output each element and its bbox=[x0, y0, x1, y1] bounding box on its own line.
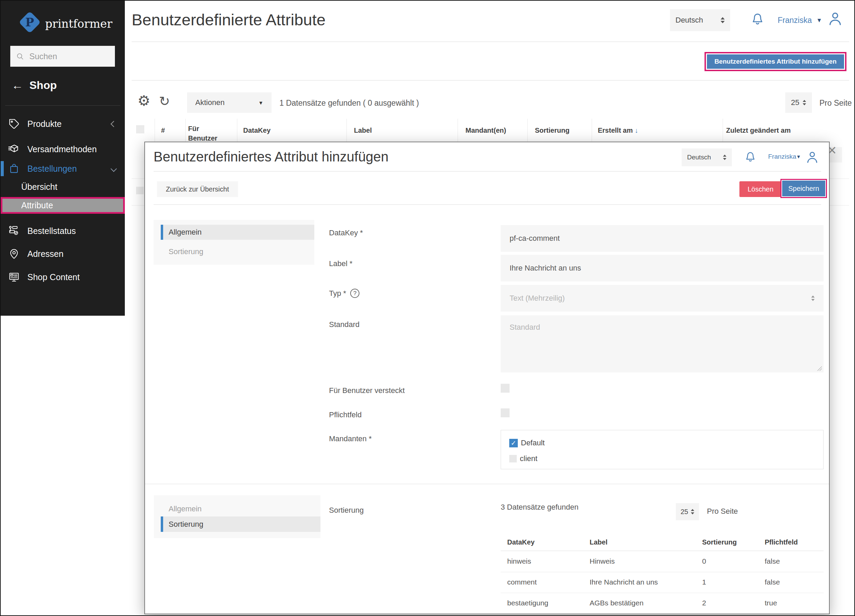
save-button[interactable]: Speichern bbox=[782, 181, 825, 196]
sidebar-item-produkte[interactable]: Produkte bbox=[1, 116, 125, 132]
table-cell: 2 bbox=[702, 599, 706, 607]
modal-per-page-select[interactable]: 25 bbox=[676, 503, 699, 520]
section-divider bbox=[132, 80, 849, 81]
table-cell: 0 bbox=[702, 557, 706, 565]
resize-handle-icon[interactable] bbox=[817, 366, 822, 371]
standard-textarea-wrap bbox=[501, 316, 824, 372]
sidebar: P printformer ← Shop Produkte Versandmet… bbox=[1, 1, 125, 316]
tab-allgemein[interactable]: Allgemein bbox=[169, 504, 202, 513]
records-summary: 1 Datensätze gefunden ( 0 ausgewählt ) bbox=[279, 98, 419, 108]
user-name[interactable]: Franziska bbox=[778, 16, 812, 25]
column-header-erstellt-am[interactable]: Erstellt am ↓ bbox=[598, 127, 638, 135]
back-arrow-icon: ← bbox=[12, 79, 23, 92]
table-cell: Ihre Nachricht an uns bbox=[590, 578, 658, 586]
column-header-datakey[interactable]: DataKey bbox=[243, 127, 271, 135]
delete-button[interactable]: Löschen bbox=[739, 181, 782, 197]
select-all-checkbox[interactable] bbox=[136, 125, 144, 133]
user-avatar-icon[interactable] bbox=[805, 150, 820, 164]
row-checkbox[interactable] bbox=[136, 187, 144, 194]
sidebar-item-uebersicht[interactable]: Übersicht bbox=[1, 179, 125, 195]
sidebar-item-bestellstatus[interactable]: Bestellstatus bbox=[1, 223, 125, 239]
tab-sortierung[interactable]: Sortierung bbox=[161, 516, 320, 532]
sidebar-search[interactable] bbox=[10, 46, 115, 67]
mandant-option-default[interactable]: ✓ Default bbox=[509, 438, 545, 447]
table-cell: false bbox=[765, 557, 780, 565]
per-page-label: Pro Seite bbox=[820, 98, 852, 108]
row-divider bbox=[501, 572, 824, 572]
sidebar-item-label: Produkte bbox=[28, 119, 61, 129]
language-value: Deutsch bbox=[676, 16, 703, 25]
column-header-num[interactable]: # bbox=[161, 127, 165, 135]
unchecked-checkbox[interactable] bbox=[509, 455, 517, 463]
sidebar-back-shop[interactable]: ← Shop bbox=[12, 79, 57, 92]
language-value: Deutsch bbox=[687, 153, 711, 161]
search-icon bbox=[16, 51, 25, 61]
chevron-left-icon bbox=[110, 121, 116, 127]
sidebar-item-label: Bestellungen bbox=[28, 164, 77, 174]
tab-sortierung[interactable]: Sortierung bbox=[169, 247, 204, 256]
sidebar-item-shop-content[interactable]: Shop Content bbox=[1, 269, 125, 285]
mandant-option-client[interactable]: client bbox=[509, 454, 537, 463]
caret-down-icon[interactable]: ▼ bbox=[816, 17, 822, 24]
modal-language-select[interactable]: Deutsch bbox=[682, 149, 732, 166]
sort-table-header-label: Label bbox=[590, 538, 607, 546]
header-divider bbox=[132, 41, 849, 42]
sidebar-item-label: Adressen bbox=[28, 249, 64, 259]
sidebar-item-adressen[interactable]: Adressen bbox=[1, 245, 125, 262]
bell-icon[interactable] bbox=[750, 11, 765, 27]
table-cell: true bbox=[765, 599, 777, 607]
sort-table-header-divider bbox=[501, 551, 824, 551]
back-to-overview-button[interactable]: Zurück zur Übersicht bbox=[157, 181, 238, 197]
page-title: Benutzerdefinierte Attribute bbox=[132, 10, 326, 29]
stepper-icon bbox=[803, 100, 806, 105]
datakey-field[interactable] bbox=[501, 225, 824, 252]
stepper-icon bbox=[720, 17, 725, 23]
required-label: Pflichtfeld bbox=[329, 411, 362, 419]
refresh-icon[interactable]: ↻ bbox=[159, 94, 170, 109]
modal-tabs-allgemein: Allgemein Sortierung bbox=[153, 220, 314, 265]
sidebar-item-versandmethoden[interactable]: Versandmethoden bbox=[1, 141, 125, 157]
stepper-icon bbox=[723, 155, 726, 160]
label-field[interactable] bbox=[501, 255, 824, 282]
language-select[interactable]: Deutsch bbox=[670, 9, 730, 31]
table-cell: false bbox=[765, 578, 780, 586]
sidebar-item-attribute[interactable]: Attribute bbox=[1, 197, 125, 214]
actions-dropdown[interactable]: Aktionen ▼ bbox=[187, 92, 271, 113]
sidebar-item-label: Attribute bbox=[21, 201, 53, 210]
search-input[interactable] bbox=[29, 52, 109, 61]
column-header-zuletzt[interactable]: Zuletzt geändert am bbox=[726, 127, 791, 135]
required-checkbox[interactable] bbox=[501, 408, 510, 417]
column-header-mandanten[interactable]: Mandant(en) bbox=[466, 127, 506, 135]
tab-allgemein[interactable]: Allgemein bbox=[161, 225, 314, 240]
per-page-value: 25 bbox=[680, 508, 688, 516]
option-label: client bbox=[520, 454, 537, 463]
typ-select[interactable]: Text (Mehrzeilig) bbox=[501, 285, 824, 312]
sidebar-item-bestellungen[interactable]: Bestellungen bbox=[1, 161, 125, 177]
column-header-label[interactable]: Label bbox=[354, 127, 372, 135]
hidden-checkbox[interactable] bbox=[501, 384, 510, 393]
caret-down-icon[interactable]: ▼ bbox=[796, 154, 801, 159]
label-label: Label * bbox=[329, 259, 352, 268]
sidebar-item-label: Versandmethoden bbox=[28, 144, 97, 154]
typ-label: Typ *? bbox=[329, 289, 359, 298]
add-attribute-modal: Benutzerdefiniertes Attribut hinzufügen … bbox=[144, 142, 830, 614]
help-icon[interactable]: ? bbox=[350, 289, 359, 298]
user-name[interactable]: Franziska bbox=[768, 153, 796, 161]
user-avatar-icon[interactable] bbox=[827, 10, 843, 27]
add-attribute-button[interactable]: Benutzerdefiniertes Attribut hinzufügen bbox=[707, 54, 844, 69]
checked-checkbox[interactable]: ✓ bbox=[509, 439, 518, 447]
workflow-icon bbox=[8, 225, 20, 237]
table-cell: 1 bbox=[702, 578, 706, 586]
standard-textarea[interactable] bbox=[501, 316, 824, 372]
shopping-bag-icon bbox=[8, 163, 20, 175]
column-header-sortierung[interactable]: Sortierung bbox=[535, 127, 569, 135]
row-divider bbox=[501, 593, 824, 593]
hidden-label: Für Benutzer versteckt bbox=[329, 386, 405, 395]
column-header-fuer-benutzer[interactable]: Für Benutzer bbox=[188, 124, 227, 143]
per-page-select[interactable]: 25 bbox=[785, 92, 812, 113]
option-label: Default bbox=[521, 438, 545, 447]
add-attribute-annotation: Benutzerdefiniertes Attribut hinzufügen bbox=[705, 52, 846, 71]
bell-icon[interactable] bbox=[743, 150, 757, 164]
modal-section-divider bbox=[145, 484, 829, 484]
gear-icon[interactable]: ⚙ bbox=[138, 92, 150, 109]
